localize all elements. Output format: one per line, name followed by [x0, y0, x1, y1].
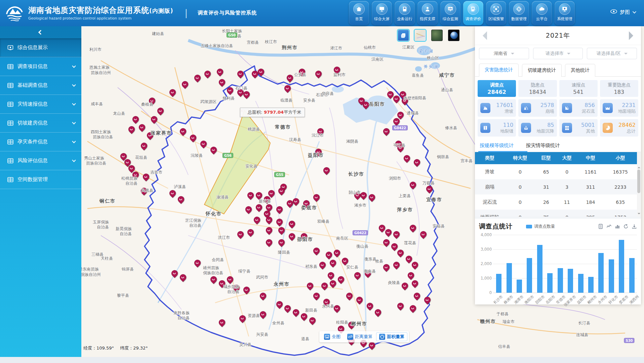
stat-tab-0[interactable]: 按规模等级统计 — [480, 142, 514, 152]
type-value: 5001 — [581, 122, 595, 128]
line-chart-icon[interactable] — [606, 224, 612, 229]
measure-button-0[interactable]: 全图 — [321, 333, 343, 341]
cursor-coordinates: 经度：109.59° 纬度：29.32° — [83, 345, 153, 351]
sidebar-item-label: 灾情速报信息 — [17, 101, 48, 107]
table-cell: 0 — [505, 179, 536, 194]
scroll-up-icon[interactable] — [638, 166, 640, 168]
summary-tile-3[interactable]: 重要隐患点 183 — [600, 80, 638, 97]
sidebar-item-2[interactable]: 基础调查信息 — [0, 76, 81, 95]
type-tile-1[interactable]: 2578 崩塌 — [518, 99, 557, 117]
refresh-icon[interactable] — [623, 224, 629, 229]
next-year-arrow[interactable] — [629, 31, 638, 40]
doc-edit-icon — [468, 3, 479, 15]
nav-tile-4[interactable]: 综合监测 — [440, 1, 460, 25]
summary-tile-0[interactable]: 调查点 28462 — [478, 80, 516, 97]
table-scrollbar[interactable] — [637, 152, 641, 217]
debris-flow-icon — [562, 103, 572, 113]
table-row: 崩塌03133112233 — [475, 179, 637, 194]
sidebar-collapse-button[interactable] — [0, 26, 81, 38]
screen-icon — [376, 3, 388, 15]
tab-2[interactable]: 其他统计 — [565, 64, 595, 77]
globe-thumb[interactable] — [448, 30, 459, 41]
nav-tile-5[interactable]: 调查评价 — [463, 1, 483, 25]
nav-tile-9[interactable]: 系统管理 — [555, 1, 575, 25]
chevron-down-icon — [511, 53, 514, 56]
x-axis-tick: 郴州市 — [587, 294, 598, 305]
survey-point-chart: 调查点统计 调查点数量 4,0003,0002,0001,0000 长沙市株洲市… — [475, 217, 641, 304]
scroll-down-icon[interactable] — [638, 213, 640, 216]
monitor-icon — [445, 3, 456, 15]
table-cell: 0 — [505, 210, 536, 217]
measure-toolbar: 全图 距离量算 面积量算 — [319, 331, 409, 342]
nav-label: 系统管理 — [557, 16, 572, 22]
tab-0[interactable]: 灾害隐患统计 — [479, 64, 519, 77]
type-tile-5[interactable]: 85 地面沉降 — [518, 119, 557, 137]
chart-legend: 调查点数量 — [526, 224, 555, 229]
road-badge: G0422 — [392, 125, 408, 131]
page-title: 湖南省地质灾害防治综合应用系统(内测版) — [28, 5, 173, 15]
grid-table-icon — [7, 158, 13, 164]
scrollbar-thumb[interactable] — [637, 170, 640, 193]
table-cell: 0 — [505, 164, 536, 179]
bar-湘潭市 — [517, 280, 522, 293]
nav-label: 云平台 — [536, 16, 548, 22]
table-header-cell: 巨型 — [536, 152, 557, 164]
region-select-0[interactable]: 湖南省 — [479, 48, 529, 59]
type-tile-4[interactable]: 110 地裂缝 — [478, 119, 516, 137]
grid-table-icon — [7, 120, 13, 126]
street-map-thumb[interactable] — [414, 30, 426, 41]
layers-icon[interactable] — [398, 30, 409, 41]
satellite-thumb[interactable] — [431, 30, 443, 41]
measure-button-2[interactable]: 面积量算 — [376, 333, 407, 341]
user-menu[interactable]: 梦图 — [610, 9, 635, 15]
type-tile-6[interactable]: 5001 其他 — [559, 119, 598, 137]
tab-1[interactable]: 切坡建房统计 — [522, 64, 562, 77]
type-label: 地面塌陷 — [618, 108, 636, 114]
measure-button-1[interactable]: 距离量算 — [345, 333, 375, 341]
chevron-down-icon — [567, 53, 570, 56]
data-view-icon[interactable] — [598, 224, 603, 229]
prev-year-arrow[interactable] — [478, 31, 487, 40]
grid-table-icon — [7, 139, 13, 145]
region-select-1[interactable]: 请选择市 — [533, 48, 583, 59]
nav-tile-6[interactable]: 区域预警 — [486, 1, 506, 25]
nav-tile-8[interactable]: 云平台 — [532, 1, 552, 25]
stat-category-tabs: 灾害隐患统计切坡建房统计其他统计 — [475, 63, 641, 77]
summary-tile-2[interactable]: 速报点 541 — [559, 80, 598, 97]
sidebar-item-6[interactable]: 风险评估信息 — [0, 151, 81, 170]
chevron-expand-icon — [72, 139, 76, 143]
year-selector: 2021年 — [475, 26, 641, 45]
nav-tile-1[interactable]: 综合大屏 — [372, 1, 392, 25]
nav-tile-3[interactable]: 指挥支撑 — [417, 1, 438, 25]
box-icon — [399, 3, 410, 15]
summary-tile-1[interactable]: 隐患点 18434 — [518, 80, 557, 97]
type-tile-7[interactable]: 28462 总计 — [600, 119, 638, 137]
main-nav: 首页 综合大屏 业务运行 指挥支撑 综合监测 调查评价 区域预警 数据管理 云平… — [349, 1, 575, 25]
y-axis-tick: 1,000 — [481, 276, 492, 281]
stat-tab-1[interactable]: 按灾情等级统计 — [526, 142, 560, 152]
sidebar-item-3[interactable]: 灾情速报信息 — [0, 95, 81, 114]
tile-label: 速报点 — [571, 82, 585, 88]
bar-chart-icon[interactable] — [615, 224, 620, 229]
select-value: 请选择县/区 — [597, 50, 621, 57]
tile-label: 调查点 — [490, 82, 504, 88]
region-select-2[interactable]: 请选择县/区 — [587, 48, 637, 59]
download-icon[interactable] — [632, 224, 637, 229]
x-axis-tick: 娄底市 — [618, 294, 630, 305]
nav-label: 综合监测 — [443, 16, 458, 22]
legend-label: 调查点数量 — [534, 224, 555, 229]
type-value: 85 — [547, 122, 554, 128]
nav-tile-2[interactable]: 业务运行 — [395, 1, 415, 25]
table-cell: 滑坡 — [475, 164, 505, 179]
sidebar-item-1[interactable]: 调查项目信息 — [0, 57, 81, 76]
sidebar-item-7[interactable]: 空间数据管理 — [0, 170, 81, 189]
sidebar-item-4[interactable]: 切坡建房信息 — [0, 114, 81, 133]
type-tile-3[interactable]: 2231 地面塌陷 — [600, 99, 638, 117]
type-tile-0[interactable]: 17601 滑坡 — [478, 99, 516, 117]
sidebar-item-0[interactable]: 综合信息展示 — [0, 38, 81, 57]
type-tile-2[interactable]: 856 泥石流 — [559, 99, 598, 117]
sidebar-item-5[interactable]: 孕灾条件信息 — [0, 133, 81, 151]
nav-tile-0[interactable]: 首页 — [349, 1, 369, 25]
type-label: 地面沉降 — [537, 128, 554, 134]
nav-tile-7[interactable]: 数据管理 — [509, 1, 529, 25]
